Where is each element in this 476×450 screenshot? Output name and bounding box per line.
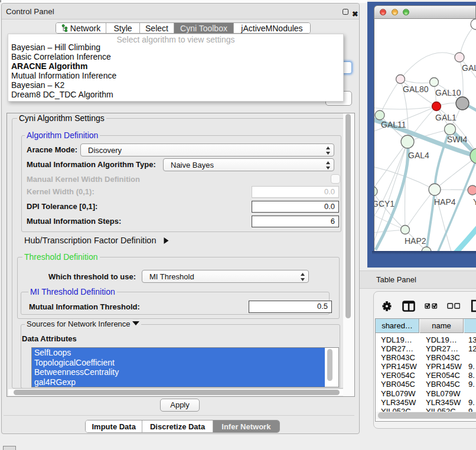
svg-text:HAP4: HAP4	[434, 197, 456, 207]
svg-text:Y: Y	[473, 197, 476, 207]
svg-text:GAL11: GAL11	[381, 120, 406, 129]
svg-text:GAL4: GAL4	[408, 151, 429, 160]
svg-text:GAL: GAL	[462, 63, 476, 73]
svg-text:GAL10: GAL10	[435, 88, 461, 97]
svg-text:GAL1: GAL1	[435, 113, 457, 122]
svg-text:SWI4: SWI4	[447, 135, 467, 144]
svg-text:GAL80: GAL80	[403, 84, 429, 94]
svg-text:HAP2: HAP2	[405, 236, 426, 246]
svg-text:GCY1: GCY1	[374, 199, 395, 208]
